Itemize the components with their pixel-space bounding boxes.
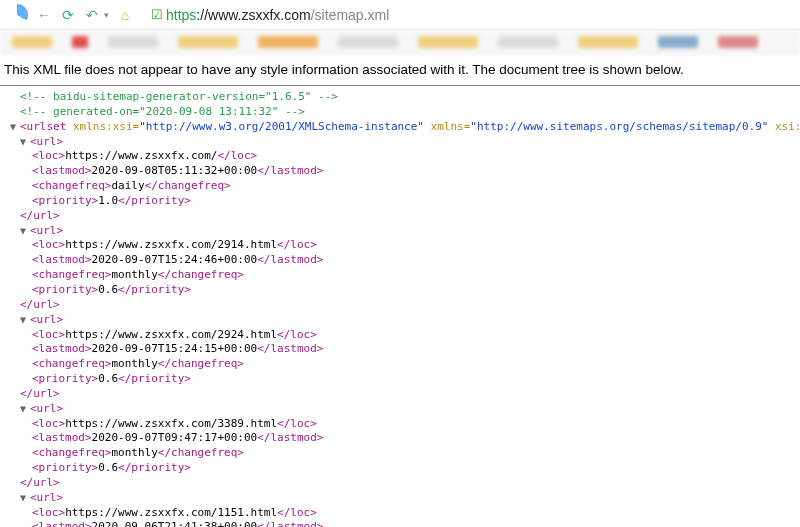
undo-icon[interactable]: ↶ <box>84 7 100 23</box>
url-close: </url> <box>10 476 790 491</box>
urlset-open: ▼<urlset xmlns:xsi="http://www.w3.org/20… <box>10 120 790 135</box>
xml-comment: <!-- baidu-sitemap-generator-version="1.… <box>10 90 790 105</box>
lastmod: <lastmod>2020-09-07T09:47:17+00:00</last… <box>10 431 790 446</box>
lastmod: <lastmod>2020-09-07T15:24:46+00:00</last… <box>10 253 790 268</box>
bookmarks-bar <box>0 30 800 54</box>
toggle-icon[interactable]: ▼ <box>20 224 30 238</box>
changefreq: <changefreq>daily</changefreq> <box>10 179 790 194</box>
chevron-down-icon[interactable]: ▾ <box>104 10 109 20</box>
url-close: </url> <box>10 387 790 402</box>
shield-icon: ☑ <box>151 7 163 22</box>
toggle-icon[interactable]: ▼ <box>20 402 30 416</box>
url-open: ▼<url> <box>10 491 790 506</box>
url-text: https://www.zsxxfx.com/sitemap.xml <box>166 7 389 23</box>
toggle-icon[interactable]: ▼ <box>20 491 30 505</box>
back-icon[interactable]: ← <box>36 7 52 23</box>
url-open: ▼<url> <box>10 135 790 150</box>
priority: <priority>1.0</priority> <box>10 194 790 209</box>
priority: <priority>0.6</priority> <box>10 461 790 476</box>
url-open: ▼<url> <box>10 224 790 239</box>
priority: <priority>0.6</priority> <box>10 283 790 298</box>
browser-logo-icon <box>6 4 28 26</box>
address-bar[interactable]: ☑ https://www.zsxxfx.com/sitemap.xml <box>151 7 389 23</box>
loc: <loc>https://www.zsxxfx.com/2914.html</l… <box>10 238 790 253</box>
xml-comment: <!-- generated-on="2020-09-08 13:11:32" … <box>10 105 790 120</box>
loc: <loc>https://www.zsxxfx.com/2924.html</l… <box>10 328 790 343</box>
changefreq: <changefreq>monthly</changefreq> <box>10 357 790 372</box>
toggle-icon[interactable]: ▼ <box>10 120 20 134</box>
home-icon[interactable]: ⌂ <box>117 7 133 23</box>
xml-tree: <!-- baidu-sitemap-generator-version="1.… <box>0 90 800 527</box>
reload-icon[interactable]: ⟳ <box>60 7 76 23</box>
lastmod: <lastmod>2020-09-08T05:11:32+00:00</last… <box>10 164 790 179</box>
lastmod: <lastmod>2020-09-07T15:24:15+00:00</last… <box>10 342 790 357</box>
xml-notice: This XML file does not appear to have an… <box>0 54 800 86</box>
url-close: </url> <box>10 298 790 313</box>
changefreq: <changefreq>monthly</changefreq> <box>10 268 790 283</box>
loc: <loc>https://www.zsxxfx.com/</loc> <box>10 149 790 164</box>
lastmod: <lastmod>2020-09-06T21:41:38+00:00</last… <box>10 520 790 527</box>
priority: <priority>0.6</priority> <box>10 372 790 387</box>
browser-toolbar: ← ⟳ ↶▾ ⌂ ☑ https://www.zsxxfx.com/sitema… <box>0 0 800 30</box>
toggle-icon[interactable]: ▼ <box>20 135 30 149</box>
url-open: ▼<url> <box>10 402 790 417</box>
url-close: </url> <box>10 209 790 224</box>
loc: <loc>https://www.zsxxfx.com/1151.html</l… <box>10 506 790 521</box>
loc: <loc>https://www.zsxxfx.com/3389.html</l… <box>10 417 790 432</box>
url-open: ▼<url> <box>10 313 790 328</box>
changefreq: <changefreq>monthly</changefreq> <box>10 446 790 461</box>
toggle-icon[interactable]: ▼ <box>20 313 30 327</box>
